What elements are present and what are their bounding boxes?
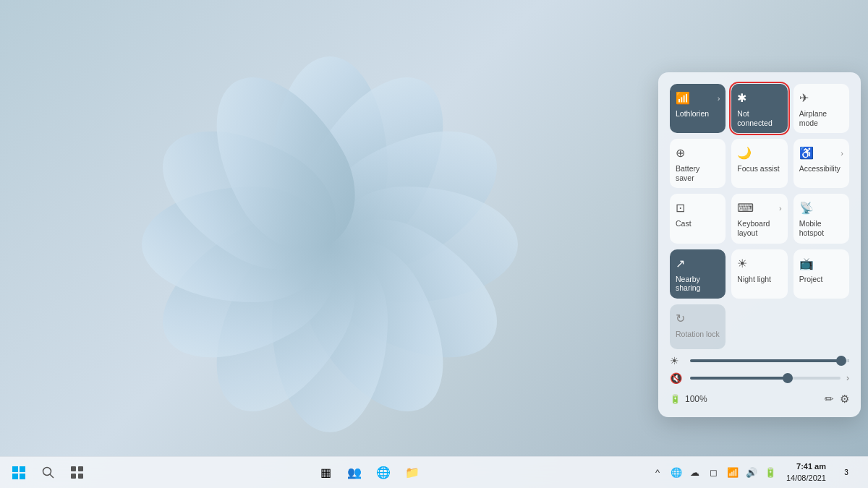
system-tray: ^ 🌐 ☁ ◻ 📶 🔊 🔋 <box>649 464 779 481</box>
rotation-lock-icon: ↻ <box>676 312 685 325</box>
svg-rect-1 <box>20 466 25 472</box>
quick-settings-top-row: 📶 › Lothlorien ✱ Not connected ✈ Airplan… <box>670 84 849 133</box>
accessibility-icon: ♿ <box>799 146 814 160</box>
tray-display-icon: ◻ <box>705 464 723 481</box>
battery-info: 🔋 100% <box>670 394 707 404</box>
keyboard-arrow-icon: › <box>779 204 782 213</box>
svg-rect-9 <box>78 474 83 479</box>
nearby-sharing-label: Nearby sharing <box>676 275 720 293</box>
taskbar-center: ▦ 👥 🌐 📁 <box>90 460 649 486</box>
qs-bottom-row: 🔋 100% ✏ ⚙ <box>670 390 849 406</box>
volume-mute-icon: 🔇 <box>670 372 684 384</box>
teams-button[interactable]: 👥 <box>341 460 367 486</box>
clock-date: 14/08/2021 <box>786 473 826 484</box>
focus-assist-btn[interactable]: 🌙 Focus assist <box>731 139 787 188</box>
accessibility-btn[interactable]: ♿ › Accessibility <box>793 139 849 188</box>
brightness-slider[interactable] <box>690 359 849 362</box>
wifi-arrow-icon: › <box>718 94 720 103</box>
battery-saver-btn[interactable]: ⊕ Battery saver <box>670 139 726 188</box>
wifi-toggle[interactable]: 📶 › Lothlorien <box>670 84 726 133</box>
brightness-icon: ☀ <box>670 355 684 367</box>
task-view-button[interactable] <box>64 460 90 486</box>
widgets-button[interactable]: ▦ <box>312 460 339 486</box>
clock[interactable]: 7:41 am 14/08/2021 <box>782 461 830 484</box>
cast-icon: ⊡ <box>676 201 685 215</box>
wifi-label: Lothlorien <box>676 109 709 119</box>
volume-slider[interactable] <box>690 377 841 380</box>
svg-rect-0 <box>12 466 18 472</box>
notification-button[interactable]: 3 <box>833 460 859 486</box>
search-button[interactable] <box>35 460 61 486</box>
volume-arrow-icon[interactable]: › <box>846 373 849 383</box>
mobile-hotspot-btn[interactable]: 📡 Mobile hotspot <box>793 194 849 243</box>
qs-row-4: ↗ Nearby sharing ☀ Night light 📺 Project <box>670 249 849 299</box>
rotation-lock-label: Rotation lock <box>676 330 720 339</box>
night-light-label: Night light <box>737 275 771 284</box>
svg-rect-7 <box>78 466 83 471</box>
project-label: Project <box>799 275 823 284</box>
qs-bottom-icons: ✏ ⚙ <box>825 393 849 406</box>
edge-button[interactable]: 🌐 <box>370 460 396 486</box>
qs-row-2: ⊕ Battery saver 🌙 Focus assist ♿ › Acces… <box>670 139 849 188</box>
keyboard-layout-btn[interactable]: ⌨ › Keyboard layout <box>731 194 787 243</box>
bluetooth-toggle[interactable]: ✱ Not connected <box>731 84 787 133</box>
battery-percent: 100% <box>685 394 707 404</box>
tray-battery-icon: 🔋 <box>762 464 779 481</box>
svg-rect-2 <box>12 474 18 479</box>
tray-wifi-icon[interactable]: 📶 <box>724 464 741 481</box>
bluetooth-label: Not connected <box>737 109 781 127</box>
svg-point-4 <box>43 468 51 476</box>
qs-row-3: ⊡ Cast ⌨ › Keyboard layout 📡 Mobile hots… <box>670 194 849 243</box>
brightness-thumb <box>836 356 846 366</box>
mobile-hotspot-icon: 📡 <box>799 201 814 215</box>
mobile-hotspot-label: Mobile hotspot <box>799 219 843 237</box>
volume-slider-row: 🔇 › <box>670 372 849 384</box>
desktop: 📶 › Lothlorien ✱ Not connected ✈ Airplan… <box>0 0 868 488</box>
qs-row-5: ↻ Rotation lock <box>670 304 849 349</box>
battery-saver-label: Battery saver <box>676 164 720 182</box>
tray-network-icon: 🌐 <box>668 464 685 481</box>
bluetooth-icon: ✱ <box>737 91 746 105</box>
explorer-button[interactable]: 📁 <box>399 460 425 486</box>
clock-time: 7:41 am <box>796 461 826 472</box>
quick-settings-panel: 📶 › Lothlorien ✱ Not connected ✈ Airplan… <box>658 72 861 417</box>
focus-assist-icon: 🌙 <box>737 146 752 160</box>
taskbar-left <box>0 460 90 486</box>
edit-icon[interactable]: ✏ <box>825 393 834 406</box>
brightness-slider-row: ☀ <box>670 355 849 367</box>
tray-cloud-icon: ☁ <box>686 464 704 481</box>
project-btn[interactable]: 📺 Project <box>793 249 849 299</box>
battery-saver-icon: ⊕ <box>676 146 685 160</box>
nearby-sharing-icon: ↗ <box>676 257 685 270</box>
svg-rect-3 <box>20 474 25 479</box>
focus-assist-label: Focus assist <box>737 164 779 174</box>
night-light-btn[interactable]: ☀ Night light <box>731 249 787 299</box>
rotation-lock-btn[interactable]: ↻ Rotation lock <box>670 304 726 349</box>
accessibility-arrow-icon: › <box>841 149 843 158</box>
accessibility-label: Accessibility <box>799 164 841 174</box>
wifi-icon: 📶 <box>676 91 690 105</box>
settings-icon[interactable]: ⚙ <box>840 393 849 406</box>
nearby-sharing-btn[interactable]: ↗ Nearby sharing <box>670 249 726 299</box>
qs-empty-1 <box>731 304 787 349</box>
cast-btn[interactable]: ⊡ Cast <box>670 194 726 243</box>
airplane-toggle[interactable]: ✈ Airplane mode <box>793 84 849 133</box>
night-light-icon: ☀ <box>737 257 747 270</box>
svg-line-5 <box>50 474 54 478</box>
qs-empty-2 <box>793 304 849 349</box>
battery-icon: 🔋 <box>670 394 681 404</box>
cast-label: Cast <box>676 219 692 228</box>
wallpaper-flower <box>142 56 518 432</box>
svg-rect-6 <box>71 466 76 471</box>
keyboard-layout-label: Keyboard layout <box>737 219 781 237</box>
tray-volume-icon[interactable]: 🔊 <box>743 464 760 481</box>
project-icon: 📺 <box>799 257 814 270</box>
taskbar: ▦ 👥 🌐 📁 ^ 🌐 ☁ ◻ 📶 🔊 🔋 7:41 am 14/08/2021… <box>0 456 868 488</box>
airplane-icon: ✈ <box>799 91 809 105</box>
start-button[interactable] <box>6 460 32 486</box>
airplane-label: Airplane mode <box>799 109 843 127</box>
tray-chevron[interactable]: ^ <box>649 464 666 481</box>
svg-rect-8 <box>71 474 76 479</box>
volume-thumb <box>783 373 793 383</box>
taskbar-right: ^ 🌐 ☁ ◻ 📶 🔊 🔋 7:41 am 14/08/2021 3 <box>649 460 868 486</box>
